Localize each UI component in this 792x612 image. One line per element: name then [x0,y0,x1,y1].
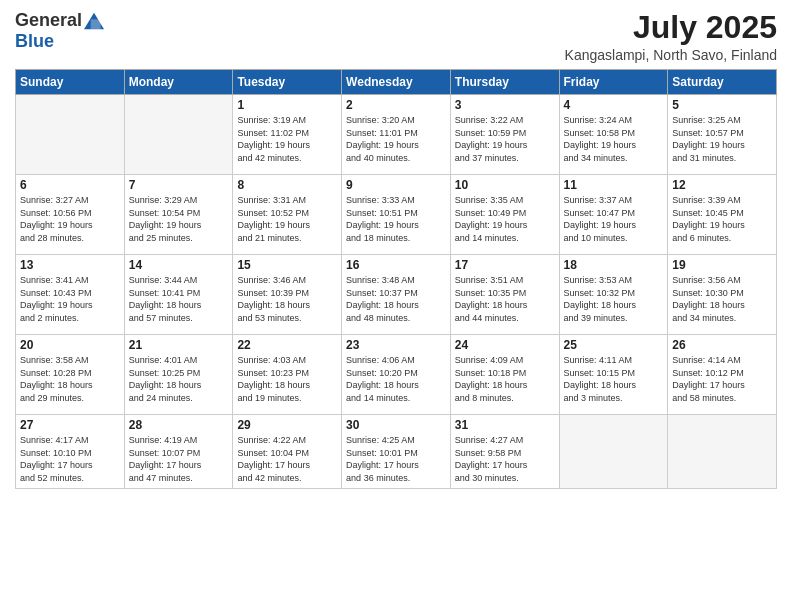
day-number: 30 [346,418,446,432]
calendar-cell: 3Sunrise: 3:22 AMSunset: 10:59 PMDayligh… [450,95,559,175]
calendar-header-row: Sunday Monday Tuesday Wednesday Thursday… [16,70,777,95]
calendar-cell: 12Sunrise: 3:39 AMSunset: 10:45 PMDaylig… [668,175,777,255]
day-number: 18 [564,258,664,272]
day-info: Sunrise: 3:39 AMSunset: 10:45 PMDaylight… [672,194,772,244]
day-number: 17 [455,258,555,272]
svg-marker-1 [91,19,101,29]
day-number: 23 [346,338,446,352]
day-info: Sunrise: 3:25 AMSunset: 10:57 PMDaylight… [672,114,772,164]
day-number: 22 [237,338,337,352]
day-number: 11 [564,178,664,192]
calendar-cell: 17Sunrise: 3:51 AMSunset: 10:35 PMDaylig… [450,255,559,335]
logo-icon [84,11,104,31]
day-info: Sunrise: 3:27 AMSunset: 10:56 PMDaylight… [20,194,120,244]
day-info: Sunrise: 4:25 AMSunset: 10:01 PMDaylight… [346,434,446,484]
day-info: Sunrise: 4:17 AMSunset: 10:10 PMDaylight… [20,434,120,484]
day-info: Sunrise: 4:27 AMSunset: 9:58 PMDaylight:… [455,434,555,484]
calendar-cell: 20Sunrise: 3:58 AMSunset: 10:28 PMDaylig… [16,335,125,415]
calendar-cell: 7Sunrise: 3:29 AMSunset: 10:54 PMDayligh… [124,175,233,255]
day-number: 15 [237,258,337,272]
calendar: Sunday Monday Tuesday Wednesday Thursday… [15,69,777,488]
calendar-cell: 2Sunrise: 3:20 AMSunset: 11:01 PMDayligh… [342,95,451,175]
day-number: 27 [20,418,120,432]
day-number: 20 [20,338,120,352]
day-number: 14 [129,258,229,272]
day-number: 1 [237,98,337,112]
day-number: 4 [564,98,664,112]
calendar-cell: 30Sunrise: 4:25 AMSunset: 10:01 PMDaylig… [342,415,451,488]
day-number: 28 [129,418,229,432]
header-friday: Friday [559,70,668,95]
calendar-cell: 22Sunrise: 4:03 AMSunset: 10:23 PMDaylig… [233,335,342,415]
calendar-cell: 15Sunrise: 3:46 AMSunset: 10:39 PMDaylig… [233,255,342,335]
header-tuesday: Tuesday [233,70,342,95]
header-thursday: Thursday [450,70,559,95]
calendar-cell [16,95,125,175]
month-title: July 2025 [565,10,777,45]
calendar-cell [668,415,777,488]
day-info: Sunrise: 3:24 AMSunset: 10:58 PMDaylight… [564,114,664,164]
day-info: Sunrise: 3:29 AMSunset: 10:54 PMDaylight… [129,194,229,244]
day-info: Sunrise: 3:56 AMSunset: 10:30 PMDaylight… [672,274,772,324]
day-number: 2 [346,98,446,112]
day-info: Sunrise: 3:41 AMSunset: 10:43 PMDaylight… [20,274,120,324]
day-info: Sunrise: 4:03 AMSunset: 10:23 PMDaylight… [237,354,337,404]
calendar-cell: 1Sunrise: 3:19 AMSunset: 11:02 PMDayligh… [233,95,342,175]
day-number: 10 [455,178,555,192]
logo-general-text: General [15,10,82,31]
day-number: 31 [455,418,555,432]
calendar-cell: 6Sunrise: 3:27 AMSunset: 10:56 PMDayligh… [16,175,125,255]
day-number: 16 [346,258,446,272]
calendar-cell: 4Sunrise: 3:24 AMSunset: 10:58 PMDayligh… [559,95,668,175]
day-info: Sunrise: 3:22 AMSunset: 10:59 PMDaylight… [455,114,555,164]
header: General Blue July 2025 Kangaslampi, Nort… [15,10,777,63]
calendar-cell: 9Sunrise: 3:33 AMSunset: 10:51 PMDayligh… [342,175,451,255]
day-number: 7 [129,178,229,192]
day-number: 13 [20,258,120,272]
calendar-cell: 25Sunrise: 4:11 AMSunset: 10:15 PMDaylig… [559,335,668,415]
logo-blue-text: Blue [15,31,54,51]
day-info: Sunrise: 4:06 AMSunset: 10:20 PMDaylight… [346,354,446,404]
day-info: Sunrise: 3:19 AMSunset: 11:02 PMDaylight… [237,114,337,164]
calendar-cell: 26Sunrise: 4:14 AMSunset: 10:12 PMDaylig… [668,335,777,415]
day-info: Sunrise: 3:51 AMSunset: 10:35 PMDaylight… [455,274,555,324]
day-number: 9 [346,178,446,192]
day-info: Sunrise: 3:35 AMSunset: 10:49 PMDaylight… [455,194,555,244]
day-info: Sunrise: 4:01 AMSunset: 10:25 PMDaylight… [129,354,229,404]
day-info: Sunrise: 3:37 AMSunset: 10:47 PMDaylight… [564,194,664,244]
calendar-cell: 23Sunrise: 4:06 AMSunset: 10:20 PMDaylig… [342,335,451,415]
calendar-cell: 16Sunrise: 3:48 AMSunset: 10:37 PMDaylig… [342,255,451,335]
header-monday: Monday [124,70,233,95]
calendar-cell: 21Sunrise: 4:01 AMSunset: 10:25 PMDaylig… [124,335,233,415]
day-number: 5 [672,98,772,112]
header-wednesday: Wednesday [342,70,451,95]
day-number: 26 [672,338,772,352]
calendar-cell: 18Sunrise: 3:53 AMSunset: 10:32 PMDaylig… [559,255,668,335]
page: General Blue July 2025 Kangaslampi, Nort… [0,0,792,612]
location: Kangaslampi, North Savo, Finland [565,47,777,63]
calendar-cell: 5Sunrise: 3:25 AMSunset: 10:57 PMDayligh… [668,95,777,175]
day-info: Sunrise: 4:14 AMSunset: 10:12 PMDaylight… [672,354,772,404]
day-number: 6 [20,178,120,192]
logo: General Blue [15,10,104,52]
calendar-cell [124,95,233,175]
calendar-cell: 19Sunrise: 3:56 AMSunset: 10:30 PMDaylig… [668,255,777,335]
day-info: Sunrise: 3:53 AMSunset: 10:32 PMDaylight… [564,274,664,324]
calendar-cell: 11Sunrise: 3:37 AMSunset: 10:47 PMDaylig… [559,175,668,255]
day-number: 21 [129,338,229,352]
day-info: Sunrise: 3:46 AMSunset: 10:39 PMDaylight… [237,274,337,324]
day-info: Sunrise: 4:22 AMSunset: 10:04 PMDaylight… [237,434,337,484]
calendar-cell: 10Sunrise: 3:35 AMSunset: 10:49 PMDaylig… [450,175,559,255]
day-info: Sunrise: 4:11 AMSunset: 10:15 PMDaylight… [564,354,664,404]
calendar-cell: 27Sunrise: 4:17 AMSunset: 10:10 PMDaylig… [16,415,125,488]
day-number: 29 [237,418,337,432]
day-info: Sunrise: 3:20 AMSunset: 11:01 PMDaylight… [346,114,446,164]
day-number: 19 [672,258,772,272]
title-section: July 2025 Kangaslampi, North Savo, Finla… [565,10,777,63]
day-number: 3 [455,98,555,112]
calendar-cell: 8Sunrise: 3:31 AMSunset: 10:52 PMDayligh… [233,175,342,255]
calendar-cell: 24Sunrise: 4:09 AMSunset: 10:18 PMDaylig… [450,335,559,415]
calendar-cell: 31Sunrise: 4:27 AMSunset: 9:58 PMDayligh… [450,415,559,488]
day-info: Sunrise: 4:09 AMSunset: 10:18 PMDaylight… [455,354,555,404]
day-info: Sunrise: 3:33 AMSunset: 10:51 PMDaylight… [346,194,446,244]
